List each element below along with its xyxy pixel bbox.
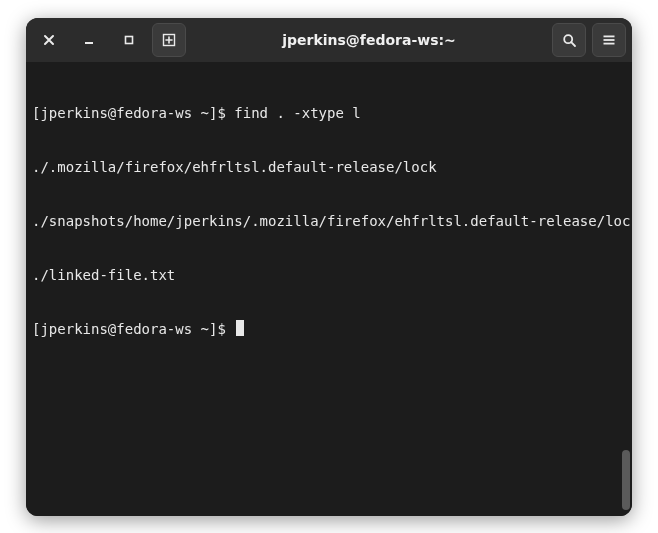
prompt: [jperkins@fedora-ws ~]$ (32, 321, 234, 337)
prompt-line: [jperkins@fedora-ws ~]$ find . -xtype l (32, 104, 624, 122)
menu-button[interactable] (592, 23, 626, 57)
maximize-icon (123, 34, 135, 46)
minimize-icon (83, 34, 95, 46)
window-title: jperkins@fedora-ws:~ (192, 32, 546, 48)
prompt: [jperkins@fedora-ws ~]$ (32, 105, 234, 121)
search-icon (562, 33, 577, 48)
search-button[interactable] (552, 23, 586, 57)
output-line: ./snapshots/home/jperkins/.mozilla/firef… (32, 212, 624, 230)
output-line: ./.mozilla/firefox/ehfrltsl.default-rele… (32, 158, 624, 176)
titlebar-right (552, 23, 626, 57)
svg-rect-0 (85, 42, 93, 44)
output-line: ./linked-file.txt (32, 266, 624, 284)
maximize-button[interactable] (112, 23, 146, 57)
minimize-button[interactable] (72, 23, 106, 57)
new-tab-icon (161, 32, 177, 48)
svg-rect-1 (126, 37, 133, 44)
terminal-window: jperkins@fedora-ws:~ (26, 18, 632, 516)
close-icon (43, 34, 55, 46)
terminal-viewport[interactable]: [jperkins@fedora-ws ~]$ find . -xtype l … (26, 62, 632, 516)
prompt-line: [jperkins@fedora-ws ~]$ (32, 320, 624, 338)
svg-rect-5 (604, 39, 615, 41)
hamburger-icon (602, 33, 616, 47)
scrollbar-thumb[interactable] (622, 450, 630, 510)
cursor (236, 320, 244, 336)
scrollbar[interactable] (622, 68, 630, 510)
new-tab-button[interactable] (152, 23, 186, 57)
svg-rect-6 (604, 43, 615, 45)
command-text: find . -xtype l (234, 105, 360, 121)
close-button[interactable] (32, 23, 66, 57)
svg-rect-4 (604, 36, 615, 38)
titlebar: jperkins@fedora-ws:~ (26, 18, 632, 62)
